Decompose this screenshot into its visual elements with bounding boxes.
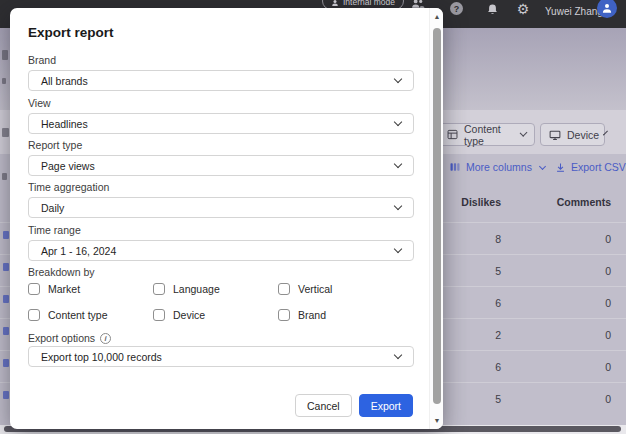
report-type-label: Report type (28, 139, 414, 153)
dialog-footer: Cancel Export (295, 394, 413, 417)
download-icon (555, 162, 566, 173)
chevron-down-icon (394, 118, 402, 126)
more-columns-button[interactable]: More columns (449, 161, 545, 173)
info-icon[interactable]: i (100, 333, 111, 344)
chevron-down-icon (394, 202, 402, 210)
checkbox-brand[interactable]: Brand (278, 309, 326, 321)
clipped-link-fragment (3, 359, 9, 367)
time-range-select[interactable]: Apr 1 - 16, 2024 (28, 240, 414, 261)
report-type-select[interactable]: Page views (28, 155, 414, 176)
clipped-link-fragment (3, 295, 9, 303)
checkbox-market-label: Market (48, 283, 80, 295)
checkbox-brand-label: Brand (298, 309, 326, 321)
content-type-icon (447, 129, 458, 140)
device-filter-button[interactable]: Device (540, 123, 605, 146)
internal-mode-label: Internal mode (343, 0, 395, 7)
device-label: Device (567, 129, 599, 141)
checkbox-vertical[interactable]: Vertical (278, 283, 332, 295)
comments-cell: 0 (520, 223, 611, 255)
time-range-label: Time range (28, 224, 414, 238)
checkbox-icon (278, 309, 290, 321)
checkbox-content-type[interactable]: Content type (28, 309, 108, 321)
chevron-down-icon (394, 160, 402, 168)
report-type-select-value: Page views (41, 160, 395, 172)
scroll-down-icon[interactable]: ▼ (430, 417, 444, 424)
checkbox-language-label: Language (173, 283, 220, 295)
bell-icon[interactable] (485, 2, 499, 16)
clipped-text-fragment (2, 173, 7, 180)
vertical-scrollbar[interactable]: ▲ ▼ (429, 8, 443, 429)
comments-cell: 0 (520, 287, 611, 319)
checkbox-icon (28, 309, 40, 321)
time-range-select-value: Apr 1 - 16, 2024 (41, 245, 395, 257)
monitor-icon (549, 129, 561, 141)
gear-icon[interactable]: ⚙ (515, 0, 531, 18)
avatar[interactable] (597, 0, 617, 18)
comments-cell: 0 (520, 351, 611, 383)
chevron-down-icon (539, 162, 546, 169)
clipped-heading-fragment (2, 50, 8, 60)
export-button[interactable]: Export (359, 394, 413, 417)
content-type-label: Content type (464, 123, 515, 147)
content-type-filter-button[interactable]: Content type (438, 123, 535, 146)
view-label: View (28, 97, 414, 111)
time-aggregation-field-group: Time aggregation Daily (28, 181, 414, 218)
clipped-button-fragment (2, 128, 9, 137)
export-csv-button[interactable]: Export CSV (555, 161, 626, 173)
help-icon[interactable]: ? (450, 2, 463, 15)
export-options-label-row: Export options i (28, 332, 111, 344)
export-options-select-value: Export top 10,000 records (41, 351, 395, 363)
column-header-comments[interactable]: Comments (520, 196, 611, 210)
checkbox-language[interactable]: Language (153, 283, 220, 295)
export-options-select[interactable]: Export top 10,000 records (28, 346, 414, 367)
user-name: Yuwei Zhang (545, 0, 603, 22)
checkbox-market[interactable]: Market (28, 283, 80, 295)
checkbox-content-type-label: Content type (48, 309, 108, 321)
clipped-link-fragment (3, 327, 9, 335)
view-select-value: Headlines (41, 118, 395, 130)
report-type-field-group: Report type Page views (28, 139, 414, 176)
chevron-down-icon (394, 75, 402, 83)
brand-select[interactable]: All brands (28, 70, 414, 91)
export-report-dialog: Export report Brand All brands View Head… (10, 8, 443, 429)
time-aggregation-label: Time aggregation (28, 181, 414, 195)
vertical-scrollbar-thumb[interactable] (433, 28, 441, 404)
clipped-text-fragment (2, 78, 6, 84)
time-range-field-group: Time range Apr 1 - 16, 2024 (28, 224, 414, 261)
view-field-group: View Headlines (28, 97, 414, 134)
time-aggregation-select-value: Daily (41, 202, 395, 214)
export-csv-label: Export CSV (571, 161, 626, 173)
brand-label: Brand (28, 54, 414, 68)
checkbox-icon (28, 283, 40, 295)
brand-select-value: All brands (41, 75, 395, 87)
clipped-link-fragment (3, 263, 9, 271)
checkbox-device-label: Device (173, 309, 205, 321)
export-options-label: Export options (28, 332, 95, 344)
breakdown-row-2: Content type Device Brand (28, 309, 414, 323)
comments-cell: 0 (520, 319, 611, 351)
comments-cell: 0 (520, 383, 611, 415)
checkbox-device[interactable]: Device (153, 309, 205, 321)
person-icon (331, 0, 339, 7)
comments-cell: 0 (520, 255, 611, 287)
chevron-down-icon (394, 245, 402, 253)
brand-field-group: Brand All brands (28, 54, 414, 91)
checkbox-icon (278, 283, 290, 295)
time-aggregation-select[interactable]: Daily (28, 197, 414, 218)
checkbox-vertical-label: Vertical (298, 283, 332, 295)
checkbox-icon (153, 309, 165, 321)
checkbox-icon (153, 283, 165, 295)
export-options-field-group: Export top 10,000 records (28, 346, 414, 367)
chevron-down-icon (519, 129, 527, 137)
scroll-up-icon[interactable]: ▲ (430, 13, 444, 20)
more-columns-label: More columns (466, 161, 532, 173)
dialog-title: Export report (28, 25, 114, 40)
breakdown-by-label: Breakdown by (28, 266, 95, 278)
clipped-link-fragment (3, 391, 9, 399)
screen: Content type Device More columns (0, 0, 626, 434)
view-select[interactable]: Headlines (28, 113, 414, 134)
columns-icon (449, 161, 461, 173)
chevron-down-icon (394, 351, 402, 359)
cancel-button[interactable]: Cancel (295, 394, 352, 417)
breakdown-row-1: Market Language Vertical (28, 283, 414, 297)
